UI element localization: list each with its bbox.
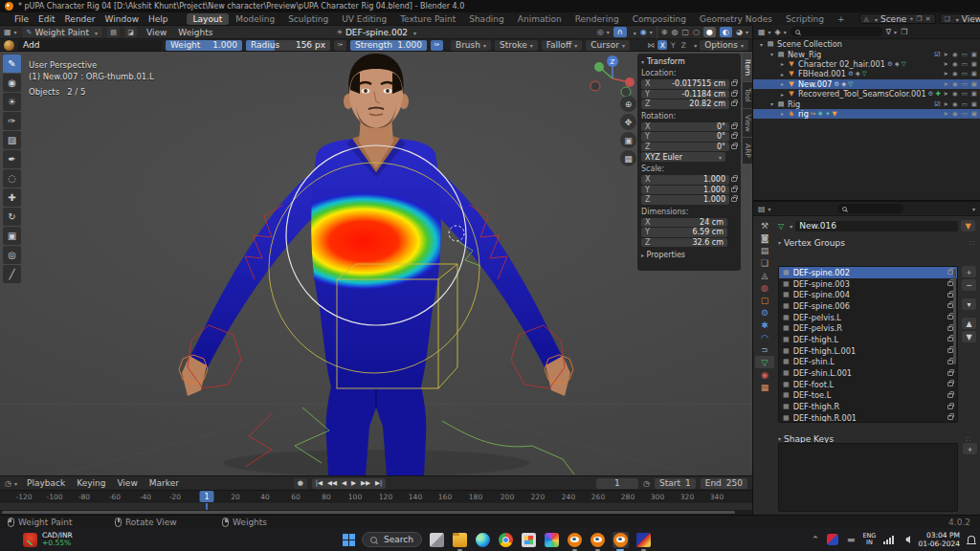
workspace-tab[interactable]: Modeling [229, 13, 281, 25]
filter-dropdown[interactable]: ∇ [886, 28, 897, 36]
add-vertex-group-button[interactable]: ＋ [962, 266, 976, 277]
tray-driver-icon[interactable]: ▬ [847, 535, 856, 544]
tray-app-icon[interactable] [827, 534, 839, 546]
vertex-group-row[interactable]: ▦ DEF-thigh.L.001 [779, 345, 957, 357]
properties-tab-texture[interactable]: ▦ [755, 381, 774, 393]
frame-end-field[interactable]: End250 [701, 478, 747, 489]
file-explorer-icon[interactable] [452, 532, 468, 548]
navigation-gizmo[interactable]: Z [588, 54, 637, 98]
properties-tab-particles[interactable]: ✱ [755, 319, 774, 331]
outliner-row[interactable]: ▾ ▤ Scene Collection ☑ ➤ ◉ ▭ ▣ [753, 39, 980, 49]
menu-item[interactable]: File [10, 14, 33, 24]
n-panel-tab[interactable]: View [743, 109, 752, 138]
pivot-point-dropdown[interactable]: ◎ [597, 28, 610, 36]
disable-render-icon[interactable]: ▣ [971, 90, 977, 98]
transform-field-row[interactable]: Z1.000 [641, 195, 737, 205]
view-layer-selector[interactable]: ❏ ViewLayer ❐ ✕ [940, 13, 980, 24]
move-group-up-button[interactable]: ▲ [962, 318, 976, 329]
disclosure-arrow-icon[interactable]: ▸ [778, 60, 787, 67]
lock-icon[interactable] [947, 405, 953, 409]
properties-editor-type-icon[interactable]: ▤ [758, 205, 771, 213]
properties-tab-constraints[interactable]: ⊃ [755, 343, 774, 356]
selectable-icon[interactable]: ➤ [944, 80, 948, 88]
hide-viewport-icon[interactable]: ◉ [952, 100, 958, 108]
properties-tab-object[interactable]: ▢ [755, 294, 774, 306]
close-icon[interactable]: ✕ [925, 15, 931, 23]
disable-render-icon[interactable]: ▣ [971, 100, 977, 108]
selectable-icon[interactable]: ➤ [944, 60, 948, 68]
timeline-editor-type-icon[interactable]: ◷ [5, 479, 17, 488]
vertex-group-row[interactable]: ▦ DEF-foot.L [779, 379, 957, 390]
n-panel-tab[interactable]: Tool [743, 82, 752, 108]
disable-viewport-icon[interactable]: ▭ [962, 70, 968, 77]
menu-item[interactable]: Render [60, 14, 100, 24]
properties-tab-object-data[interactable]: ▽ [755, 356, 774, 368]
disclosure-arrow-icon[interactable]: ▾ [768, 51, 776, 57]
mirror-axis-toggle[interactable]: Y [668, 40, 678, 50]
photo-editor-icon[interactable] [635, 532, 652, 548]
lock-icon[interactable] [731, 187, 737, 192]
tool-scale[interactable]: ▣ [3, 227, 21, 245]
vertex-group-row[interactable]: ▦ DEF-spine.004 [779, 289, 957, 300]
photos-icon[interactable] [544, 532, 560, 548]
transform-field-row[interactable]: X0° [641, 122, 737, 132]
frame-start-field[interactable]: Start1 [655, 478, 696, 489]
xray-toggle[interactable]: ▢ [681, 28, 689, 36]
selectable-icon[interactable]: ➤ [944, 70, 948, 77]
current-frame-field[interactable]: 1 [596, 478, 638, 489]
show-gizmo-toggle[interactable]: ⊕ [661, 28, 668, 36]
lock-icon[interactable] [731, 177, 737, 182]
outliner-row[interactable]: ▾ ▤ Rig ☑ ➤ ◉ ▭ ▣ [753, 99, 980, 108]
vertex-group-row[interactable]: ▦ DEF-thigh.R [779, 401, 957, 412]
outliner-row[interactable]: ▸ ▼ Recovered_Tool_SeamsColor.001 ⚙✚ ☑ ➤… [753, 89, 980, 99]
timeline-ruler[interactable]: -120-100-80-60-40-2020406080100120140160… [0, 490, 752, 502]
disable-render-icon[interactable]: ▣ [971, 80, 977, 88]
properties-tab-view-layer[interactable]: ❏ [755, 256, 774, 269]
data-name-field[interactable]: New.016 [795, 221, 958, 231]
timeline-menu-item[interactable]: Playback [22, 478, 70, 488]
tool-brush-draw[interactable]: ✎ [3, 55, 21, 73]
vertex-group-row[interactable]: ▦ DEF-spine.003 [779, 278, 957, 290]
tool-falloff-circle[interactable]: ◌ [3, 169, 21, 187]
transform-field-row[interactable]: Z20.82 cm [641, 99, 737, 109]
vertex-group-row[interactable]: ▦ DEF-spine.006 [779, 300, 957, 312]
selectable-icon[interactable]: ➤ [944, 51, 948, 58]
viewport-3d-canvas[interactable]: User Perspective (1) New.007 : ORG-thumb… [0, 52, 752, 475]
vertex-group-row[interactable]: ▦ DEF-pelvis.R [779, 322, 957, 334]
blender-window-active-icon[interactable] [612, 532, 629, 548]
shading-wireframe-button[interactable]: ○ [693, 28, 700, 36]
disclosure-arrow-icon[interactable]: ▸ [778, 71, 787, 77]
shading-solid-button[interactable]: ● [703, 27, 716, 37]
lock-icon[interactable] [947, 371, 953, 376]
camera-view-button[interactable]: ▣ [620, 132, 636, 148]
strength-slider[interactable]: Strength1.000 [350, 40, 427, 51]
vertex-group-row[interactable]: ▦ DEF-pelvis.L [779, 312, 957, 323]
snap-toggle[interactable]: ∩ [613, 27, 627, 37]
tool-rotate[interactable]: ↻ [3, 208, 21, 226]
shading-rendered-button[interactable]: ◕ [736, 28, 748, 36]
tool-transform[interactable]: ◎ [3, 246, 21, 264]
clock[interactable]: 03:04 PM01-06-2024 [918, 531, 960, 548]
transform-panel-header[interactable]: ▾Transform [641, 57, 737, 66]
mesh-icon-button[interactable]: ▼ [961, 220, 975, 231]
radius-pressure-toggle[interactable]: ✑ [334, 40, 346, 51]
properties-tab-modifiers[interactable]: ⚙ [755, 306, 774, 319]
play-reverse-button[interactable]: ◀ [340, 479, 348, 487]
workspace-tab[interactable]: UV Editing [335, 13, 393, 25]
taskbar-widget[interactable]: CAD/INR+0.55% [23, 532, 73, 547]
lock-icon[interactable] [731, 101, 737, 106]
tool-annotate[interactable]: ╱ [3, 265, 21, 283]
properties-options-dropdown[interactable] [969, 204, 975, 213]
transform-field-row[interactable]: Z0° [641, 143, 737, 152]
move-group-down-button[interactable]: ▼ [962, 331, 976, 342]
n-panel-tab[interactable]: ARP [743, 138, 752, 164]
lock-icon[interactable] [731, 124, 737, 129]
transform-field-row[interactable]: Y1.000 [641, 186, 737, 195]
tool-brush-smear[interactable]: ✑ [3, 112, 21, 130]
collection-checkbox[interactable]: ☑ [934, 100, 940, 108]
disable-viewport-icon[interactable]: ▭ [962, 110, 968, 118]
vertex-groups-panel-header[interactable]: ▾Vertex Groups⸬ [778, 237, 975, 248]
disclosure-arrow-icon[interactable]: ▸ [778, 91, 787, 98]
workspace-tab[interactable]: Texture Paint [393, 13, 462, 25]
disable-viewport-icon[interactable]: ▭ [962, 51, 968, 58]
